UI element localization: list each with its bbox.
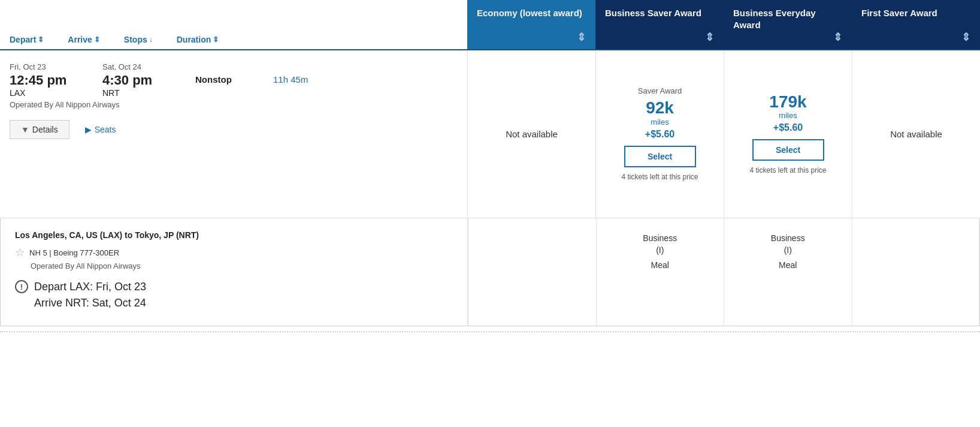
depart-label: Depart ⇕	[10, 35, 44, 44]
business-everyday-cabin-text: Business	[771, 233, 805, 243]
flight-arrive: Sat, Oct 24 4:30 pm NRT	[102, 62, 195, 98]
flight-operator: Operated By All Nippon Airways	[10, 100, 458, 109]
depart-info-text: Depart LAX: Fri, Oct 23	[34, 279, 146, 295]
business-saver-meal: Meal	[651, 260, 669, 270]
business-saver-header: Business Saver Award ⇕	[595, 0, 724, 49]
details-operator: Operated By All Nippon Airways	[31, 261, 453, 270]
star-icon: ☆	[15, 246, 25, 259]
first-saver-not-available: Not available	[890, 129, 942, 139]
details-btn-label: Details	[32, 125, 58, 134]
business-saver-award-cell: Saver Award 92k miles +$5.60 Select 4 ti…	[595, 50, 724, 218]
details-flight-info: Los Angeles, CA, US (LAX) to Tokyo, JP (…	[1, 218, 468, 326]
business-saver-select-label: Select	[648, 152, 672, 161]
business-saver-miles-label: miles	[651, 118, 669, 127]
flight-actions: ▼ Details ▶ Seats	[10, 120, 458, 139]
depart-label-text: Depart	[10, 35, 36, 44]
arrive-info-text: Arrive NRT: Sat, Oct 24	[34, 295, 146, 311]
arrive-label: Arrive ⇕	[68, 35, 99, 44]
depart-sort-icon: ⇕	[38, 35, 44, 44]
business-everyday-sort-icon[interactable]: ⇕	[833, 31, 842, 44]
aircraft-text: Boeing 777-300ER	[53, 248, 119, 257]
details-section: Los Angeles, CA, US (LAX) to Tokyo, JP (…	[0, 218, 980, 326]
duration-header[interactable]: Duration ⇕	[177, 35, 219, 44]
depart-arrive-text: Depart LAX: Fri, Oct 23 Arrive NRT: Sat,…	[34, 279, 146, 311]
business-everyday-cabin-code: (I)	[784, 245, 792, 255]
business-everyday-tickets-left: 4 tickets left at this price	[749, 166, 826, 176]
economy-sort-icon[interactable]: ⇕	[577, 31, 586, 44]
business-everyday-select-label: Select	[776, 145, 800, 155]
flight-detail-row: ☆ NH 5 | Boeing 777-300ER	[15, 246, 453, 259]
first-saver-award-cell: Not available	[852, 50, 980, 218]
stops-label: Stops ↓	[124, 35, 153, 44]
seats-btn-label: Seats	[95, 125, 116, 134]
arrive-label-text: Arrive	[68, 35, 92, 44]
economy-header: Economy (lowest award) ⇕	[467, 0, 595, 49]
flight-row: Fri, Oct 23 12:45 pm LAX Sat, Oct 24 4:3…	[0, 50, 980, 218]
flight-depart: Fri, Oct 23 12:45 pm LAX	[10, 62, 102, 98]
business-saver-sort-icon[interactable]: ⇕	[705, 31, 714, 44]
arrive-header[interactable]: Arrive ⇕	[68, 35, 99, 44]
business-everyday-cabin: Business (I)	[771, 233, 805, 256]
flight-times: Fri, Oct 23 12:45 pm LAX Sat, Oct 24 4:3…	[10, 62, 458, 98]
stops-sort-icon: ↓	[149, 35, 153, 44]
duration-sort-icon: ⇕	[213, 35, 219, 44]
business-saver-tickets-left: 4 tickets left at this price	[621, 172, 698, 182]
stops-label-text: Stops	[124, 35, 147, 44]
award-cells: Not available Saver Award 92k miles +$5.…	[467, 50, 980, 218]
saver-award-label: Saver Award	[638, 86, 682, 95]
flight-info-headers: Depart ⇕ Arrive ⇕ Stops ↓ Duration	[0, 0, 467, 49]
flight-duration: 11h 45m	[273, 62, 345, 85]
duration-label-text: Duration	[177, 35, 211, 44]
route-title: Los Angeles, CA, US (LAX) to Tokyo, JP (…	[15, 230, 453, 240]
business-everyday-header: Business Everyday Award ⇕	[724, 0, 852, 49]
business-everyday-miles: 179k	[769, 93, 806, 112]
business-everyday-miles-label: miles	[779, 111, 797, 120]
details-business-saver-cell: Business (I) Meal	[596, 218, 724, 326]
business-saver-select-button[interactable]: Select	[624, 146, 696, 167]
business-everyday-tax: +$5.60	[773, 122, 803, 133]
flight-info-section: Fri, Oct 23 12:45 pm LAX Sat, Oct 24 4:3…	[0, 50, 467, 218]
arrive-date: Sat, Oct 24	[102, 62, 195, 71]
depart-header[interactable]: Depart ⇕	[10, 35, 44, 44]
arrive-time: 4:30 pm	[102, 73, 195, 88]
economy-header-label: Economy (lowest award)	[477, 7, 586, 19]
business-everyday-header-label: Business Everyday Award	[733, 7, 842, 31]
details-chevron-icon: ▼	[21, 125, 29, 134]
bottom-divider	[0, 331, 980, 332]
info-icon: !	[15, 280, 28, 293]
flight-number-text: NH 5	[29, 248, 47, 257]
economy-not-available: Not available	[506, 129, 558, 139]
details-business-everyday-cell: Business (I) Meal	[724, 218, 852, 326]
business-everyday-meal: Meal	[779, 260, 797, 270]
business-saver-cabin-text: Business	[643, 233, 677, 243]
depart-arrive-info: ! Depart LAX: Fri, Oct 23 Arrive NRT: Sa…	[15, 279, 453, 311]
business-saver-miles: 92k	[646, 99, 674, 118]
details-economy-cell	[468, 218, 596, 326]
first-saver-header: First Saver Award ⇕	[852, 0, 980, 49]
arrive-sort-icon: ⇕	[94, 35, 100, 44]
header-row: Depart ⇕ Arrive ⇕ Stops ↓ Duration	[0, 0, 980, 50]
details-award-cells: Business (I) Meal Business (I) Meal	[468, 218, 979, 326]
details-button[interactable]: ▼ Details	[10, 120, 69, 139]
depart-time: 12:45 pm	[10, 73, 102, 88]
depart-date: Fri, Oct 23	[10, 62, 102, 71]
first-saver-header-label: First Saver Award	[861, 7, 970, 19]
flight-stops: Nonstop	[195, 62, 273, 85]
first-saver-sort-icon[interactable]: ⇕	[961, 31, 970, 44]
award-headers: Economy (lowest award) ⇕ Business Saver …	[467, 0, 980, 49]
seats-arrow-icon: ▶	[85, 125, 92, 134]
business-saver-cabin: Business (I)	[643, 233, 677, 256]
depart-airport: LAX	[10, 88, 102, 98]
business-everyday-select-button[interactable]: Select	[752, 139, 824, 161]
business-saver-tax: +$5.60	[645, 129, 674, 140]
business-everyday-award-cell: 179k miles +$5.60 Select 4 tickets left …	[724, 50, 852, 218]
details-first-saver-cell	[852, 218, 980, 326]
stops-header[interactable]: Stops ↓	[124, 35, 153, 44]
business-saver-header-label: Business Saver Award	[605, 7, 714, 19]
business-saver-cabin-code: (I)	[656, 245, 664, 255]
seats-button[interactable]: ▶ Seats	[77, 120, 125, 139]
flight-number: NH 5 | Boeing 777-300ER	[29, 248, 119, 257]
details-inner: Los Angeles, CA, US (LAX) to Tokyo, JP (…	[1, 218, 979, 326]
duration-label: Duration ⇕	[177, 35, 219, 44]
economy-award-cell: Not available	[467, 50, 595, 218]
